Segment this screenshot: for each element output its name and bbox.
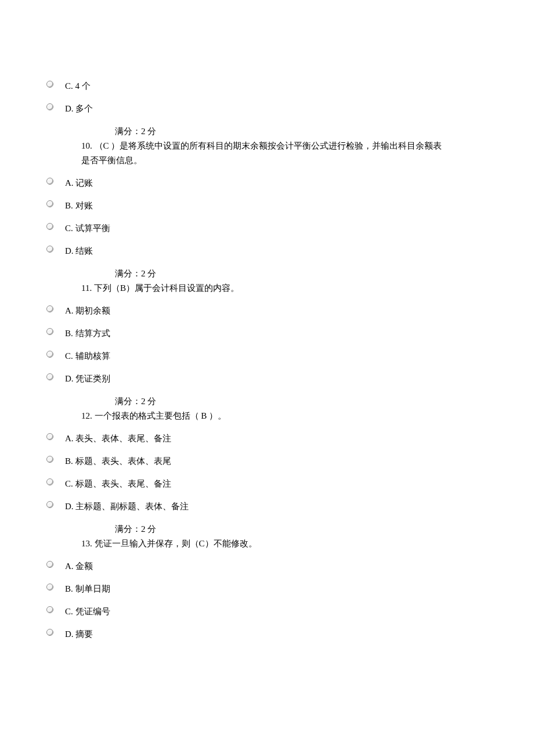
option-text: D. 主标题、副标题、表体、备注 — [65, 501, 189, 513]
radio-icon[interactable] — [46, 606, 53, 613]
radio-icon[interactable] — [46, 456, 53, 463]
question-text: 11. 下列（B）属于会计科目设置的内容。 — [81, 282, 488, 294]
option-text: D. 摘要 — [65, 628, 93, 640]
option-row: B. 标题、表头、表体、表尾 — [46, 455, 488, 467]
radio-icon[interactable] — [46, 501, 53, 508]
option-text: B. 结算方式 — [65, 327, 110, 340]
score-line: 满分：2 分 — [115, 395, 488, 408]
option-text: B. 标题、表头、表体、表尾 — [65, 455, 171, 467]
radio-icon[interactable] — [46, 305, 53, 312]
option-row: D. 多个 — [46, 103, 488, 115]
option-row: A. 记账 — [46, 177, 488, 189]
option-text: D. 凭证类别 — [65, 373, 110, 385]
option-text: C. 标题、表头、表尾、备注 — [65, 478, 171, 490]
option-row: C. 凭证编号 — [46, 606, 488, 618]
radio-icon[interactable] — [46, 223, 53, 230]
radio-icon[interactable] — [46, 373, 53, 380]
option-row: B. 对账 — [46, 200, 488, 212]
score-line: 满分：2 分 — [115, 268, 488, 280]
radio-icon[interactable] — [46, 478, 53, 485]
option-text: A. 金额 — [65, 560, 93, 573]
option-text: D. 多个 — [65, 103, 93, 115]
option-text: C. 4 个 — [65, 80, 91, 92]
score-line: 满分：2 分 — [115, 125, 488, 138]
radio-icon[interactable] — [46, 433, 53, 440]
radio-icon[interactable] — [46, 328, 53, 335]
option-text: A. 记账 — [65, 177, 93, 189]
option-row: D. 主标题、副标题、表体、备注 — [46, 501, 488, 513]
radio-icon[interactable] — [46, 246, 53, 253]
option-text: C. 凭证编号 — [65, 606, 110, 618]
question-continue: 是否平衡信息。 — [81, 154, 488, 167]
question-text: 13. 凭证一旦输入并保存，则（C）不能修改。 — [81, 538, 488, 550]
radio-icon[interactable] — [46, 584, 53, 591]
option-text: B. 制单日期 — [65, 583, 110, 595]
radio-icon[interactable] — [46, 200, 53, 207]
option-text: B. 对账 — [65, 200, 93, 212]
radio-icon[interactable] — [46, 103, 53, 110]
radio-icon[interactable] — [46, 81, 53, 88]
radio-icon[interactable] — [46, 178, 53, 185]
score-line: 满分：2 分 — [115, 523, 488, 535]
option-text: C. 辅助核算 — [65, 350, 110, 362]
radio-icon[interactable] — [46, 629, 53, 636]
option-row: C. 辅助核算 — [46, 350, 488, 362]
option-text: A. 表头、表体、表尾、备注 — [65, 433, 171, 445]
option-text: C. 试算平衡 — [65, 222, 110, 235]
question-text: 12. 一个报表的格式主要包括（ B ）。 — [81, 410, 488, 422]
option-row: A. 表头、表体、表尾、备注 — [46, 433, 488, 445]
option-row: B. 结算方式 — [46, 327, 488, 340]
option-row: C. 标题、表头、表尾、备注 — [46, 478, 488, 490]
document-page: C. 4 个 D. 多个 满分：2 分 10. （C ）是将系统中设置的所有科目… — [0, 0, 534, 686]
option-row: B. 制单日期 — [46, 583, 488, 595]
radio-icon[interactable] — [46, 561, 53, 568]
option-row: D. 摘要 — [46, 628, 488, 640]
option-row: D. 凭证类别 — [46, 373, 488, 385]
option-text: A. 期初余额 — [65, 305, 110, 317]
option-row: D. 结账 — [46, 245, 488, 257]
option-text: D. 结账 — [65, 245, 93, 257]
question-text: 10. （C ）是将系统中设置的所有科目的期末余额按会计平衡公式进行检验，并输出… — [81, 140, 488, 152]
option-row: A. 期初余额 — [46, 305, 488, 317]
option-row: A. 金额 — [46, 560, 488, 573]
option-row: C. 试算平衡 — [46, 222, 488, 235]
radio-icon[interactable] — [46, 351, 53, 358]
option-row: C. 4 个 — [46, 80, 488, 92]
